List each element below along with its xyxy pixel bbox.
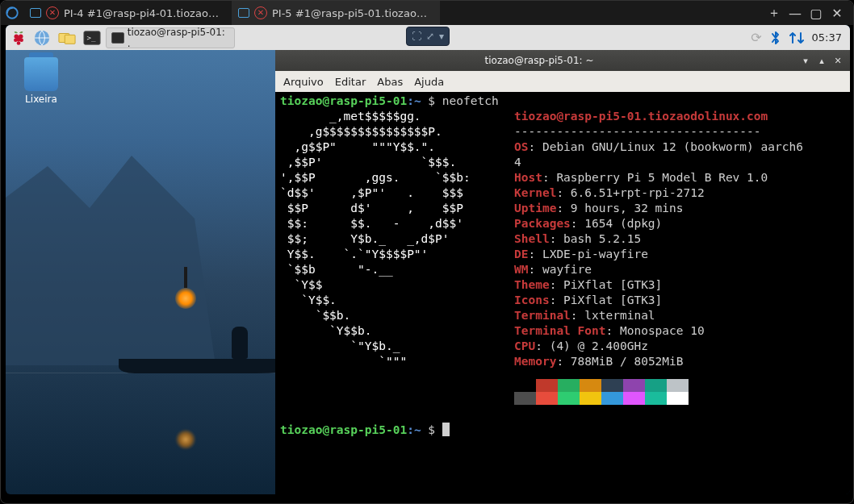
menu-file[interactable]: Arquivo bbox=[283, 76, 324, 88]
close-icon[interactable]: ✕ bbox=[46, 6, 59, 19]
outer-window-controls: ＋ — ▢ ✕ bbox=[758, 5, 853, 21]
taskbar: >_ tiozao@rasp-pi5-01: . ⛶ ⤢ ▾ ⟳ bbox=[6, 25, 850, 50]
remote-desktop[interactable]: >_ tiozao@rasp-pi5-01: . ⛶ ⤢ ▾ ⟳ bbox=[6, 25, 850, 494]
task-entry-label: tiozao@rasp-pi5-01: . bbox=[128, 27, 229, 49]
expand-icon[interactable]: ⤢ bbox=[426, 31, 434, 42]
terminal-maximize-button[interactable]: ▴ bbox=[814, 54, 829, 67]
outer-window: ✕ PI-4 #1@rasp-pi4-01.tiozaodol… ✕ PI-5 … bbox=[0, 0, 854, 504]
terminal-titlebar[interactable]: tiozao@rasp-pi5-01: ~ ▾ ▴ ✕ bbox=[275, 50, 850, 71]
trash-glyph bbox=[24, 57, 58, 91]
tab-label: PI-5 #1@rasp-pi5-01.tiozaodol… bbox=[272, 7, 433, 19]
wallpaper-lamp-reflection bbox=[175, 429, 196, 450]
trash-label: Lixeira bbox=[12, 94, 70, 105]
fullscreen-icon[interactable]: ⛶ bbox=[412, 31, 421, 42]
terminal-icon bbox=[111, 32, 124, 44]
maximize-button[interactable]: ▢ bbox=[808, 5, 824, 21]
svg-point-6 bbox=[17, 41, 21, 45]
tab-label: PI-4 #1@rasp-pi4-01.tiozaodol… bbox=[64, 7, 225, 19]
monitor-icon bbox=[238, 8, 249, 18]
trash-icon[interactable]: Lixeira bbox=[12, 57, 70, 105]
refresh-icon[interactable]: ⟳ bbox=[751, 30, 761, 45]
chevron-down-icon[interactable]: ▾ bbox=[439, 31, 444, 42]
bluetooth-icon[interactable] bbox=[770, 31, 781, 45]
terminal-body[interactable]: tiozao@rasp-pi5-01:~ $ neofetch _,met$$$… bbox=[275, 92, 850, 494]
terminal-minimize-button[interactable]: ▾ bbox=[798, 54, 813, 67]
raspberry-menu-icon[interactable] bbox=[9, 28, 28, 48]
terminal-window: tiozao@rasp-pi5-01: ~ ▾ ▴ ✕ Arquivo Edit… bbox=[275, 50, 850, 494]
connection-titlebar: ✕ PI-4 #1@rasp-pi4-01.tiozaodol… ✕ PI-5 … bbox=[1, 1, 853, 25]
connection-tab-pi4[interactable]: ✕ PI-4 #1@rasp-pi4-01.tiozaodol… bbox=[23, 1, 232, 25]
network-icon[interactable] bbox=[789, 31, 804, 44]
menu-help[interactable]: Ajuda bbox=[414, 76, 444, 88]
taskbar-entry-terminal[interactable]: tiozao@rasp-pi5-01: . bbox=[106, 27, 235, 48]
menu-edit[interactable]: Editar bbox=[335, 76, 366, 88]
svg-rect-9 bbox=[65, 35, 75, 44]
clock[interactable]: 05:37 bbox=[812, 31, 842, 44]
new-tab-button[interactable]: ＋ bbox=[766, 5, 782, 21]
terminal-launcher-icon[interactable]: >_ bbox=[81, 27, 103, 48]
wallpaper-mountain bbox=[6, 156, 216, 365]
app-icon[interactable] bbox=[1, 1, 23, 25]
terminal-menubar: Arquivo Editar Abas Ajuda bbox=[275, 71, 850, 92]
svg-point-4 bbox=[14, 38, 18, 42]
minimize-button[interactable]: — bbox=[787, 5, 803, 21]
close-button[interactable]: ✕ bbox=[829, 5, 845, 21]
cursor bbox=[442, 423, 450, 436]
wallpaper-lamp bbox=[175, 288, 196, 309]
tab-group: ✕ PI-4 #1@rasp-pi4-01.tiozaodol… ✕ PI-5 … bbox=[23, 1, 758, 25]
svg-point-5 bbox=[19, 38, 23, 42]
menu-tabs[interactable]: Abas bbox=[377, 76, 403, 88]
close-icon[interactable]: ✕ bbox=[254, 6, 267, 19]
terminal-title: tiozao@rasp-pi5-01: ~ bbox=[280, 55, 798, 66]
connection-tab-pi5[interactable]: ✕ PI-5 #1@rasp-pi5-01.tiozaodol… bbox=[232, 1, 440, 25]
monitor-icon bbox=[30, 8, 41, 18]
file-manager-icon[interactable] bbox=[56, 27, 78, 48]
svg-text:>_: >_ bbox=[87, 32, 97, 41]
web-browser-icon[interactable] bbox=[31, 27, 53, 48]
terminal-close-button[interactable]: ✕ bbox=[831, 54, 845, 67]
desktop-icons: Lixeira bbox=[12, 57, 70, 105]
wallpaper-figure bbox=[232, 327, 248, 359]
display-resize-widget[interactable]: ⛶ ⤢ ▾ bbox=[406, 27, 450, 46]
